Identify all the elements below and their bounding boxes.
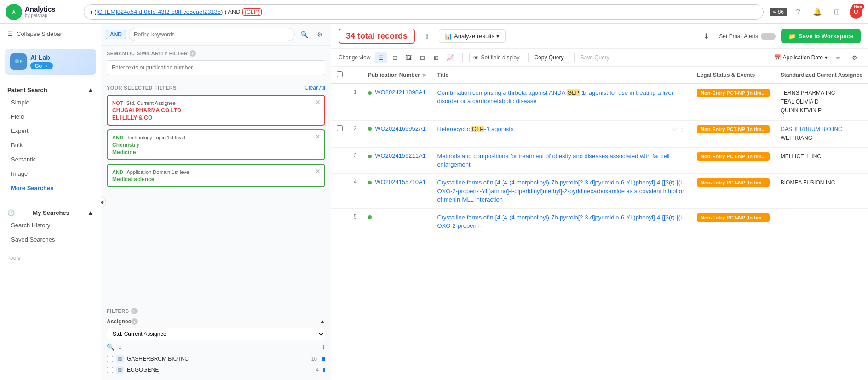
filter-tag-domain: AND Application Domain 1st level ✕ Medic… [107,164,325,187]
sort-icon[interactable]: ↕ [118,343,121,351]
my-searches-header[interactable]: 🕐 My Searches ▲ [0,205,101,218]
sidebar-item-semantic[interactable]: Semantic [0,152,101,167]
user-avatar[interactable]: U New [850,6,862,18]
my-searches-section: 🕐 My Searches ▲ Search History Saved Sea… [0,202,101,249]
sidebar-item-simple[interactable]: Simple [0,95,101,109]
new-badge: New [852,4,864,9]
collapse-sidebar-btn[interactable]: ☰ Collapse Sidebar [0,24,101,44]
clear-all-btn[interactable]: Clear All [305,85,325,91]
more-icon-2[interactable]: ⋮ [679,125,686,132]
pub-link-3[interactable]: WO2024159211A1 [375,152,426,159]
row-checkbox-2[interactable] [337,125,343,131]
copy-query-btn[interactable]: Copy Query [528,52,569,63]
assignee-link-1[interactable]: GASHERBRUM BIO INC [781,126,842,132]
analyze-results-btn[interactable]: 📊 Analyze results ▾ [439,29,506,43]
ai-go-btn[interactable]: Go → [30,62,53,69]
view-split-icon[interactable]: ⊠ [430,52,442,63]
row-check-1 [331,84,348,120]
chevron-down-icon: ▾ [496,33,500,40]
search-bar-top[interactable]: ( ( [CHEM]824a54fd-0bfe-43f2-b8ff-ce5cae… [84,4,764,20]
sidebar-item-bulk[interactable]: Bulk [0,138,101,152]
header-pub-number[interactable]: Publication Number ⇅ [362,67,432,84]
filter-value-2: ELI LILLY & CO [112,115,320,121]
row-check-4 [331,174,348,209]
semantic-input[interactable] [107,60,325,75]
email-alerts[interactable]: Set Email Alerts [719,33,776,40]
row-status-3: Non-Entry PCT-NP (In tim... [691,147,775,173]
gear-icon[interactable]: ⚙ [849,52,861,63]
sidebar-item-search-history[interactable]: Search History [0,218,101,232]
status-badge-1[interactable]: Non-Entry PCT-NP (In tim... [697,89,770,97]
save-workspace-btn[interactable]: 📁 Save to Workspace [781,29,861,43]
view-compact-icon[interactable]: ⊞ [389,52,401,63]
pub-sort-icon: ⇅ [422,73,426,78]
bar-chart-icon: 📊 [445,33,452,40]
assignee-select[interactable]: Std. Current Assignee [107,328,325,340]
star-icon-2[interactable]: ☆ [672,125,678,132]
view-list-icon[interactable]: ☰ [375,52,387,63]
status-badge-2[interactable]: Non-Entry PCT-NP (In tim... [697,125,770,133]
app-date-chevron: ▾ [825,54,828,61]
results-info-icon[interactable]: ℹ [420,30,433,43]
status-badge-3[interactable]: Non-Entry PCT-NP (In tim... [697,152,770,161]
filter-options-icon[interactable]: ⚙ [313,28,326,41]
download-icon[interactable]: ⬇ [699,29,713,44]
row-actions-2: ☆ ⋮ [672,125,686,132]
ai-lab-banner[interactable]: AI Lab Go → [5,49,96,75]
status-badge-4[interactable]: Non-Entry PCT-NP (In tim... [697,178,770,187]
sidebar-item-saved-searches[interactable]: Saved Searches [0,232,101,247]
title-link-5[interactable]: Crystalline forms of n-[4-[4-(4-morpholi… [437,214,684,229]
row-title-5: Crystalline forms of n-[4-[4-(4-morpholi… [431,208,691,235]
change-view-label: Change view [339,54,370,61]
chem-link[interactable]: [CHEM]824a54fd-0bfe-43f2-b8ff-ce5caef231… [96,8,221,15]
title-link-2[interactable]: Heterocyclic GLP-1 agonists [437,126,513,132]
title-link-4[interactable]: Crystalline forms of n-[4-[4-(4-morpholi… [437,179,684,202]
patent-search-label: Patent Search [7,86,47,93]
save-query-btn[interactable]: Save Query [574,52,615,63]
status-badge-5[interactable]: Non-Entry PCT-NP (In tim... [697,213,770,222]
row-title-3: Methods and compositions for treatment o… [431,147,691,173]
status-dot-4 [368,181,372,184]
pub-link-1[interactable]: WO2024211898A1 [375,89,426,96]
title-link-1[interactable]: Combination comprising a thrbeta agonist… [437,89,673,104]
search-icon-2[interactable]: 🔍 [107,343,115,351]
view-card-icon[interactable]: ⊟ [416,52,428,63]
search-icon[interactable]: 🔍 [298,28,310,41]
filter-close-domain[interactable]: ✕ [315,167,321,175]
sort-icon-2[interactable]: ↕ [322,343,325,351]
semantic-info-icon: i [190,50,196,57]
view-chart-icon[interactable]: 📈 [444,52,456,63]
row-check-3 [331,147,348,173]
edit-icon[interactable]: ✏ [832,52,844,63]
notification-icon[interactable]: 🔔 [811,6,824,18]
assignee-info-icon: i [131,318,138,325]
email-alerts-toggle[interactable] [761,33,776,40]
table-row: 1 WO2024211898A1 Combination comprising … [331,84,868,120]
app-date-btn[interactable]: 📅 Application Date ▾ [774,54,828,61]
middle-panel: ◀ AND 🔍 ⚙ SEMANTIC SIMILARITY FILTER i Y… [101,24,331,380]
my-searches-label: My Searches [33,209,69,216]
set-field-display-btn[interactable]: 👁 Set field display [469,52,523,63]
email-alerts-label: Set Email Alerts [719,33,758,40]
help-icon[interactable]: ? [792,6,805,18]
filters-info-icon: i [131,308,138,314]
view-image-icon[interactable]: 🖼 [402,52,414,63]
sidebar-item-image[interactable]: Image [0,167,101,181]
filter-close-not[interactable]: ✕ [315,98,321,106]
assignee-chevron[interactable]: ▲ [319,318,325,325]
sidebar-item-more-searches[interactable]: More Searches [0,181,101,195]
patent-search-header[interactable]: Patent Search ▲ [0,82,101,95]
title-link-3[interactable]: Methods and compositions for treatment o… [437,153,669,168]
assignee-checkbox-2[interactable] [107,367,113,373]
pub-link-2[interactable]: WO2024169952A1 [375,125,426,132]
assignee-checkbox-1[interactable] [107,356,113,362]
sidebar-item-expert[interactable]: Expert [0,124,101,138]
grid-icon[interactable]: ⊞ [830,6,843,18]
filter-close-tech[interactable]: ✕ [315,133,321,140]
sidebar-item-field[interactable]: Field [0,109,101,124]
row-status-5: Non-Entry PCT-NP (In tim... [691,208,775,235]
select-all-checkbox[interactable] [337,71,343,77]
pub-link-4[interactable]: WO2024155710A1 [375,178,426,185]
row-num-1: 1 [348,84,362,120]
refine-input[interactable] [129,28,295,41]
